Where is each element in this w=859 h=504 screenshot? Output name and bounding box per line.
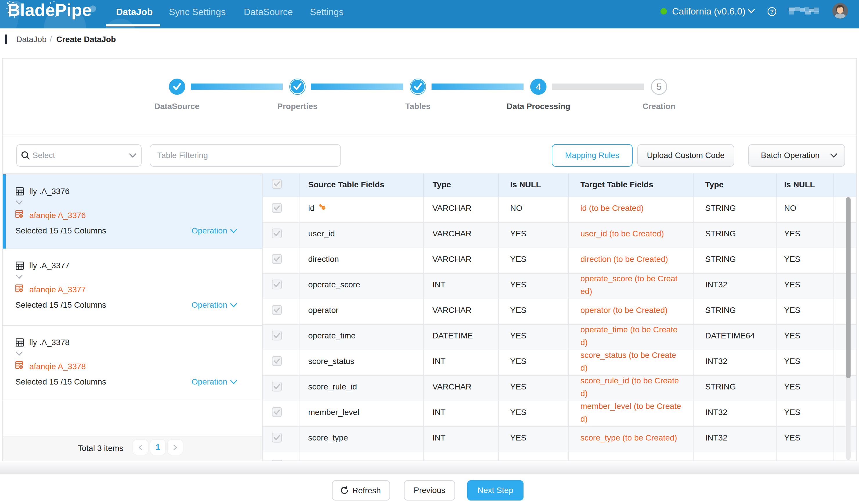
- svg-text:?: ?: [770, 9, 774, 15]
